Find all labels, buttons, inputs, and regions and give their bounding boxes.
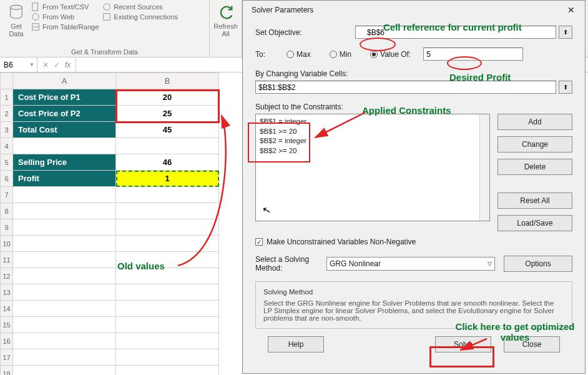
row-header[interactable]: 9 xyxy=(1,219,13,236)
method-label: Select a Solving Method: xyxy=(255,255,318,272)
svg-rect-1 xyxy=(32,3,38,11)
radio-icon xyxy=(330,51,337,58)
svg-rect-6 xyxy=(104,14,110,21)
cell-a4[interactable] xyxy=(13,138,116,154)
name-box[interactable]: B6▼ xyxy=(0,58,37,72)
value-of-radio[interactable]: Value Of: xyxy=(370,50,411,59)
delete-button[interactable]: Delete xyxy=(497,159,572,175)
row-header[interactable]: 10 xyxy=(1,236,13,252)
min-radio[interactable]: Min xyxy=(330,50,351,59)
row-header[interactable]: 11 xyxy=(1,252,13,268)
get-data-label: Get Data xyxy=(9,22,23,38)
changing-cells-input[interactable] xyxy=(255,81,556,94)
recent-sources-button[interactable]: Recent Sources xyxy=(102,2,178,11)
row-header[interactable]: 5 xyxy=(1,154,13,171)
to-label: To: xyxy=(255,50,287,59)
refresh-icon xyxy=(217,4,235,21)
cursor-icon: ↖ xyxy=(260,202,272,218)
row-header[interactable]: 1 xyxy=(1,89,13,106)
cell-b1[interactable]: 20 xyxy=(116,89,219,106)
method-select[interactable]: GRG Nonlinear▽ xyxy=(326,257,495,271)
cell-b6[interactable]: 1 xyxy=(116,171,219,187)
row-header[interactable]: 14 xyxy=(1,301,13,317)
dialog-title: Solver Parameters xyxy=(252,6,313,14)
row-header[interactable]: 6 xyxy=(1,171,13,187)
database-icon xyxy=(7,4,25,21)
row-header[interactable]: 2 xyxy=(1,106,13,122)
constraint-item[interactable]: $B$2 >= 20 xyxy=(260,146,486,156)
chevron-down-icon: ▼ xyxy=(29,62,37,68)
constraint-item[interactable]: $B$1 >= 20 xyxy=(260,127,486,137)
radio-icon xyxy=(370,51,378,58)
changing-cells-label: By Changing Variable Cells: xyxy=(255,69,572,78)
add-button[interactable]: Add xyxy=(497,114,572,130)
recent-icon xyxy=(102,2,111,11)
row-header[interactable]: 17 xyxy=(1,349,13,366)
solver-dialog: Solver Parameters ✕ Set Objective: ⬆ To:… xyxy=(242,0,586,374)
chevron-down-icon: ▽ xyxy=(488,261,492,267)
close-button[interactable]: ✕ xyxy=(562,1,580,19)
fx-icon[interactable]: fx xyxy=(65,61,71,69)
file-icon xyxy=(31,2,40,11)
svg-point-0 xyxy=(11,5,22,9)
cell-a2[interactable]: Cost Price of P2 xyxy=(13,106,116,122)
checkbox-icon: ✓ xyxy=(255,238,263,246)
close-icon: ✕ xyxy=(567,5,575,15)
get-data-button[interactable]: Get Data xyxy=(5,2,27,39)
row-header[interactable]: 7 xyxy=(1,187,13,203)
solve-button[interactable]: Solve xyxy=(435,336,491,352)
reset-all-button[interactable]: Reset All xyxy=(497,192,572,209)
options-button[interactable]: Options xyxy=(504,256,572,272)
constraint-item[interactable]: $B$1 = integer xyxy=(260,117,486,127)
from-table-button[interactable]: From Table/Range xyxy=(31,22,99,31)
load-save-button[interactable]: Load/Save xyxy=(497,215,572,231)
cell-b3[interactable]: 45 xyxy=(116,122,219,138)
max-radio[interactable]: Max xyxy=(287,50,311,59)
method-description: Solving Method Select the GRG Nonlinear … xyxy=(255,281,572,329)
set-objective-label: Set Objective: xyxy=(255,28,355,37)
refresh-all-button[interactable]: Refresh All xyxy=(215,2,237,39)
cell-b5[interactable]: 46 xyxy=(116,154,219,171)
row-header[interactable]: 18 xyxy=(1,366,13,376)
ribbon-group-label: Get & Transform Data xyxy=(5,48,204,56)
confirm-icon[interactable]: ✓ xyxy=(54,61,60,69)
cancel-icon[interactable]: ✕ xyxy=(42,61,49,69)
existing-connections-button[interactable]: Existing Connections xyxy=(102,12,178,21)
row-header[interactable]: 15 xyxy=(1,317,13,333)
cell-b4[interactable] xyxy=(116,138,219,154)
value-of-input[interactable] xyxy=(423,48,523,61)
row-header[interactable]: 4 xyxy=(1,138,13,154)
svg-point-5 xyxy=(104,4,110,11)
from-web-button[interactable]: From Web xyxy=(31,12,99,21)
help-button[interactable]: Help xyxy=(268,336,324,352)
range-picker-button[interactable]: ⬆ xyxy=(559,26,572,39)
globe-icon xyxy=(31,12,40,21)
link-icon xyxy=(102,12,111,21)
row-header[interactable]: 12 xyxy=(1,268,13,284)
row-header[interactable]: 13 xyxy=(1,284,13,301)
scrollbar[interactable] xyxy=(479,114,489,221)
cell-b2[interactable]: 25 xyxy=(116,106,219,122)
change-button[interactable]: Change xyxy=(497,136,572,152)
cell-a3[interactable]: Total Cost xyxy=(13,122,116,138)
constraint-item[interactable]: $B$2 = integer xyxy=(260,136,486,146)
select-all-corner[interactable] xyxy=(1,73,13,89)
row-header[interactable]: 16 xyxy=(1,333,13,349)
from-text-button[interactable]: From Text/CSV xyxy=(31,2,99,11)
cell-a1[interactable]: Cost Price of P1 xyxy=(13,89,116,106)
radio-icon xyxy=(287,51,294,58)
close-button[interactable]: Close xyxy=(504,336,560,352)
cell-a5[interactable]: Selling Price xyxy=(13,154,116,171)
row-header[interactable]: 3 xyxy=(1,122,13,138)
set-objective-input[interactable] xyxy=(355,26,556,39)
non-negative-checkbox[interactable]: ✓ Make Unconstrained Variables Non-Negat… xyxy=(255,238,572,246)
constraints-listbox[interactable]: $B$1 = integer $B$1 >= 20 $B$2 = integer… xyxy=(255,114,490,221)
col-header-a[interactable]: A xyxy=(13,73,116,89)
cell-a6[interactable]: Profit xyxy=(13,171,116,187)
svg-point-2 xyxy=(32,14,39,21)
range-picker-button[interactable]: ⬆ xyxy=(559,81,572,94)
row-header[interactable]: 8 xyxy=(1,203,13,219)
col-header-b[interactable]: B xyxy=(116,73,219,89)
constraints-label: Subject to the Constraints: xyxy=(255,102,572,111)
table-icon xyxy=(31,22,40,31)
